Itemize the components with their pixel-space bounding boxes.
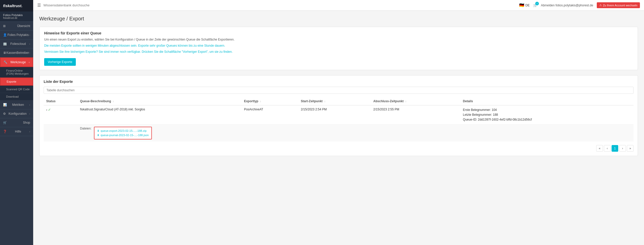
sidebar-item-label: Hilfe [15,130,21,133]
sidebar-item-label: Übersicht [17,24,30,28]
sidebar-item-kassenbetreiber[interactable]: 🖥 KassenBetreiber › [0,48,33,57]
info-text1: Um einen neuen Export zu erstellen, wähl… [44,37,633,42]
page-first-button[interactable]: « [596,145,603,152]
konfiguration-icon: ⚙ [3,112,6,115]
page-current-button[interactable]: 1 [612,145,618,152]
sidebar-item-hilfe[interactable]: ❓ Hilfe › [0,127,33,136]
cell-end-time: 2/15/2023 2:55 PM [371,105,460,124]
warning-icon: ⚠ [599,4,602,7]
cell-details: Erste Belegnummer: 104 Letzte Belegnumme… [460,105,634,124]
sidebar-item-metriken[interactable]: 📊 Metriken › [0,100,33,109]
main-content: Werkzeuge / Export Hinweise für Exporte … [33,11,644,245]
col-export-type[interactable]: Exporttyp ↕ [241,97,298,105]
col-queue-label: Queue-Beschreibung [80,99,111,103]
sidebar-nav: ⊞ Übersicht 👤 Folies Polytakis › 🏢 Folie… [0,22,33,245]
chevron-right-icon: › [29,34,30,36]
sub-item-label: Download [6,95,19,98]
col-start-time[interactable]: Start-Zeitpunkt ↕ [298,97,371,105]
hilfe-icon: ❓ [3,130,7,133]
sidebar-item-konfiguration[interactable]: ⚙ Konfiguration › [0,109,33,118]
sort-icon: ↕ [324,100,325,103]
col-status[interactable]: Status [44,97,78,105]
sidebar-item-exporte[interactable]: Exporte [0,78,33,86]
cart-badge: 2 [535,2,539,5]
chevron-down-icon: ‹ [29,61,30,64]
menu-icon[interactable]: ☰ [37,3,41,8]
files-spacer [44,124,78,141]
kassen-icon: 🖥 [3,51,6,55]
col-exporttyp-label: Exporttyp [244,99,258,103]
user-sub: fiskaltrust.de [3,17,30,19]
cell-export-type: PosArchiveAT [241,105,298,124]
cart-button[interactable]: 🛒 2 [533,3,537,7]
prev-exports-button[interactable]: Vorherige Exporte [44,58,76,66]
user-logout-link[interactable]: Abmelden fotios.polytakis@phorest.de [541,4,593,7]
expand-icon[interactable]: › [46,108,47,112]
sidebar-item-label: Shop [23,121,30,124]
search-input[interactable] [43,3,517,7]
pagination: « ‹ 1 › » [44,145,634,152]
cell-status: › ✓ [44,105,78,124]
col-status-label: Status [46,99,56,103]
page-prev-button[interactable]: ‹ [604,145,611,152]
foliescloud-icon: 🏢 [3,42,7,46]
table-search-input[interactable] [44,87,634,94]
sidebar-item-label: Foliescloud [10,42,26,46]
sidebar-item-shop[interactable]: 🛒 Shop [0,118,33,127]
sidebar-item-ubersicht[interactable]: ⊞ Übersicht [0,22,33,31]
chevron-right-icon: › [29,43,30,45]
files-container: ⬇ queue-export-2023-02-15-....-188.zip ⬇… [94,127,152,139]
download-icon: ⬇ [97,129,99,133]
page-last-button[interactable]: » [627,145,634,152]
files-label: Dateien: [80,127,92,130]
chevron-right-icon: › [29,112,30,115]
account-switch-button[interactable]: ⚠ Zu Ihrem Account wechseln [597,2,640,8]
file-link-json[interactable]: ⬇ queue-journal-2023-02-15-....-188.json [97,134,149,137]
detail-last-beleg: Letzte Belegnummer: 188 [463,112,631,117]
user-name: Fotios Polytakis [3,14,30,17]
files-cell: Dateien: ⬇ queue-export-2023-02-15-....-… [78,124,634,141]
ubersicht-icon: ⊞ [3,24,6,28]
sidebar-item-label: Metriken [12,103,24,107]
main-wrapper: ☰ 🇩🇪 DE 🛒 2 Abmelden fotios.polytakis@ph… [33,0,644,245]
follies-icon: 👤 [3,33,7,37]
topbar: ☰ 🇩🇪 DE 🛒 2 Abmelden fotios.polytakis@ph… [33,0,644,11]
sidebar-item-follies[interactable]: 👤 Folies Polytakis › [0,31,33,40]
lang-label: DE [525,4,530,7]
sidebar-item-scanned-qr[interactable]: Scanned QR Code [0,86,33,93]
chevron-right-icon: › [29,130,30,133]
info-heading: Hinweise für Exporte einer Queue [44,31,633,35]
page-title: Werkzeuge / Export [39,16,638,22]
col-end-time[interactable]: Abschluss-Zeitpunkt ↕ [371,97,460,105]
sidebar-item-finanzOnline[interactable]: FinanzOnline (FON) Meldungen [0,67,33,78]
sidebar-item-label: KassenBetreiber [6,51,29,55]
language-selector[interactable]: 🇩🇪 DE [519,3,530,8]
sidebar-item-foliescloud[interactable]: 🏢 Foliescloud › [0,40,33,48]
chevron-right-icon: › [29,104,30,106]
shop-icon: 🛒 [3,121,7,124]
file-json-name: queue-journal-2023-02-15-....-188.json [101,134,149,137]
info-link2[interactable]: Vermissen Sie ihre bisherigen Exporte? S… [44,50,233,54]
sort-icon: ↕ [260,100,261,103]
col-queue-desc[interactable]: Queue-Beschreibung ↕ [78,97,241,105]
table-section-title: Liste der Exporte [44,80,634,84]
sidebar-item-label: Konfiguration [8,112,27,115]
sub-item-label: FinanzOnline (FON) Meldungen [6,69,30,75]
metriken-icon: 📊 [3,103,7,107]
flag-icon: 🇩🇪 [519,3,524,8]
sort-icon: ↕ [113,100,114,103]
col-details: Details [460,97,634,105]
col-end-label: Abschluss-Zeitpunkt [373,99,404,103]
sub-item-label: Exporte [7,80,16,83]
file-link-zip[interactable]: ⬇ queue-export-2023-02-15-....-188.zip [97,129,149,133]
exports-table: Status Queue-Beschreibung ↕ Exporttyp ↕ … [44,97,634,141]
topbar-right: 🇩🇪 DE 🛒 2 Abmelden fotios.polytakis@phor… [519,2,640,8]
info-link1[interactable]: Die meisten Exporte sollten in wenigen M… [44,44,225,47]
page-next-button[interactable]: › [619,145,626,152]
sidebar-item-download[interactable]: Download [0,93,33,100]
check-icon: ✓ [48,108,51,112]
sidebar-item-werkzeuge[interactable]: 🔧 Werkzeuge ‹ [0,57,33,67]
cell-queue-desc: fiskaltrust.SignaturCloud (AT-2018) inkl… [78,105,241,124]
download-icon: ⬇ [97,134,99,137]
sort-icon: ↕ [405,100,407,103]
